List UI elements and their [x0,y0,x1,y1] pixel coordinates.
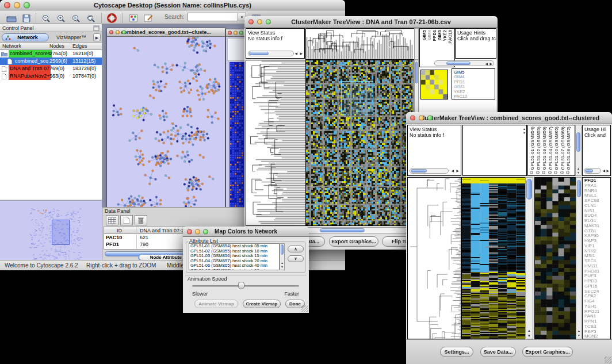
close-button[interactable] [248,19,254,24]
select-attributes-button[interactable] [106,215,118,225]
gene-list-item[interactable]: MON2 [584,334,610,339]
minimize-button[interactable] [195,229,200,234]
column-label[interactable]: PFD1 [432,30,437,41]
gene-list[interactable]: PFD1YRA1RNR4MSL1SPC98CLN1NIS1BUD4ELG1MAK… [582,177,611,339]
zoom-out-button[interactable] [39,12,53,24]
row-label[interactable]: PAC10 [454,94,495,99]
create-attribute-button[interactable] [120,215,133,225]
attribute-list[interactable]: GPL51-01 (GSM854) heat shock 05 minGPL51… [189,243,280,270]
export-graphics-button[interactable]: Export Graphics... [329,236,378,247]
save-data-button[interactable]: Save Data... [480,347,516,357]
open-session-button[interactable] [5,12,18,24]
scroll-right-icon[interactable]: ▶ [489,62,492,66]
column-label[interactable]: PAC10 [447,30,453,44]
main-title-bar[interactable]: Cytoscape Desktop (Session Name: collins… [0,0,345,10]
column-label[interactable]: GPL51-03 (GSM856) [542,127,548,170]
attribute-list-item[interactable]: GPL51-07 (GSM868) heat shock 60 min [189,269,279,270]
zoom-heatmap-canvas[interactable] [534,177,576,339]
settings-button[interactable]: Settings... [440,347,473,357]
column-dendrogram-canvas[interactable] [305,28,415,60]
minimize-button[interactable] [419,116,424,121]
close-button[interactable] [228,31,232,35]
network-row-parent[interactable]: combined_scores 2764(0) 16218(0) [0,50,102,58]
network-table-header[interactable]: Network Nodes Edges [0,43,102,50]
scroll-left-icon[interactable]: ◀ [485,62,488,66]
minimize-button[interactable] [234,31,238,35]
delete-attribute-button[interactable] [135,215,147,225]
scroll-right-icon[interactable]: ▶ [300,51,303,56]
zoom-fit-button[interactable] [84,12,98,24]
heatmap-selection-rect[interactable] [341,81,373,114]
column-label[interactable]: GIM5 [422,30,427,40]
annotation-button[interactable] [141,12,155,24]
global-heatmap-canvas[interactable] [461,177,526,339]
overview-canvas[interactable] [1,202,100,263]
network-row[interactable]: DNA and Tran 07 769(0) 183728(0) [0,65,102,72]
close-button[interactable] [4,2,10,8]
status-scrollbar[interactable] [248,51,294,56]
scroll-down-icon[interactable]: ▼ [527,334,531,338]
zoom-in-button[interactable] [54,12,68,24]
move-up-button[interactable]: ∧ [288,246,304,252]
attribute-list-scrollbar[interactable]: ▲ ▼ [280,243,285,270]
plugin-manager-button[interactable] [127,12,140,24]
export-graphics-button[interactable]: Export Graphics... [522,347,573,357]
scroll-right-icon[interactable]: ▶ [606,168,609,173]
labels-vertical-scrollbar[interactable]: ▲ ▼ [575,125,582,176]
scroll-up-icon[interactable]: ▲ [527,328,531,333]
network-row-selected[interactable]: combined_sco 2569(6) 13112(15) [0,58,102,65]
row-dendrogram-canvas[interactable] [246,60,306,226]
scroll-right-icon[interactable]: ▶ [456,168,459,173]
zoom-button[interactable] [203,229,208,234]
zoom-heatmap-canvas[interactable] [420,70,448,99]
close-button[interactable] [410,116,415,121]
scroll-up-icon[interactable]: ▲ [577,328,580,333]
help-button[interactable] [105,12,118,24]
minimize-button[interactable] [116,30,120,35]
column-label[interactable]: GIM3 [437,30,442,40]
zoom-button[interactable] [427,116,433,121]
float-panel-icon[interactable] [93,25,100,31]
close-button[interactable] [187,229,192,234]
resize-grip[interactable] [605,357,611,363]
network-canvas[interactable] [107,37,225,212]
column-label[interactable]: GPL51-08 (GSM872) [566,127,572,170]
zoom-button[interactable] [24,2,30,8]
zoom-button[interactable] [266,19,271,24]
dense-network-block-canvas[interactable] [230,62,245,208]
minimize-button[interactable] [14,2,20,8]
column-label[interactable]: GPL51-01 (GSM854) [530,127,536,170]
scroll-down-icon[interactable]: ▼ [281,265,284,269]
scroll-left-icon[interactable]: ◀ [602,168,605,173]
animation-speed-slider[interactable] [192,285,299,287]
save-session-button[interactable] [20,12,33,24]
zoom-button[interactable] [122,30,126,35]
heatmap-vertical-scrollbar[interactable]: ▲ ▼ [525,177,533,339]
tab-vizmapper[interactable]: VizMapper™ [51,33,92,41]
network-row[interactable]: RNAPuberNov2+ 563(0) 107847(0) [0,72,102,80]
animate-vizmap-button[interactable]: Animate Vizmap [194,300,238,308]
resize-grip[interactable] [301,305,308,312]
column-label[interactable]: GPL51-06 (GSM865) [554,127,560,170]
network-view-title-bar[interactable]: combined_scores_good.txt--cluste... [107,28,225,37]
genelist-vertical-scrollbar[interactable]: ▲ ▼ [576,177,582,339]
scroll-left-icon[interactable]: ◀ [451,168,454,173]
column-label[interactable]: GIM4 [427,30,432,40]
hints-scrollbar[interactable] [584,168,601,174]
window-controls[interactable] [4,2,30,8]
dendrogram-scroll-strip[interactable] [414,28,419,60]
tab-network[interactable]: Network [2,33,49,41]
zoom-button[interactable] [239,31,243,35]
create-vizmap-button[interactable]: Create Vizmap [243,300,281,308]
dialog-title-bar[interactable]: Map Colors to Network [183,227,309,237]
column-label[interactable]: GPL51-07 (GSM868) [560,127,567,170]
zoom-selected-button[interactable] [69,12,83,24]
network-overview-panel[interactable] [0,200,102,260]
treeview1-title-bar[interactable]: ClusterMaker TreeView : DNA and Tran 07-… [244,16,498,28]
scroll-left-icon[interactable]: ◀ [294,51,297,56]
scroll-down-icon[interactable]: ▼ [523,131,526,135]
scroll-down-icon[interactable]: ▼ [577,170,580,175]
tab-overflow-button[interactable]: ▶ [93,33,101,41]
move-down-button[interactable]: ∨ [288,255,304,262]
row-dendrogram-canvas[interactable] [407,177,461,339]
